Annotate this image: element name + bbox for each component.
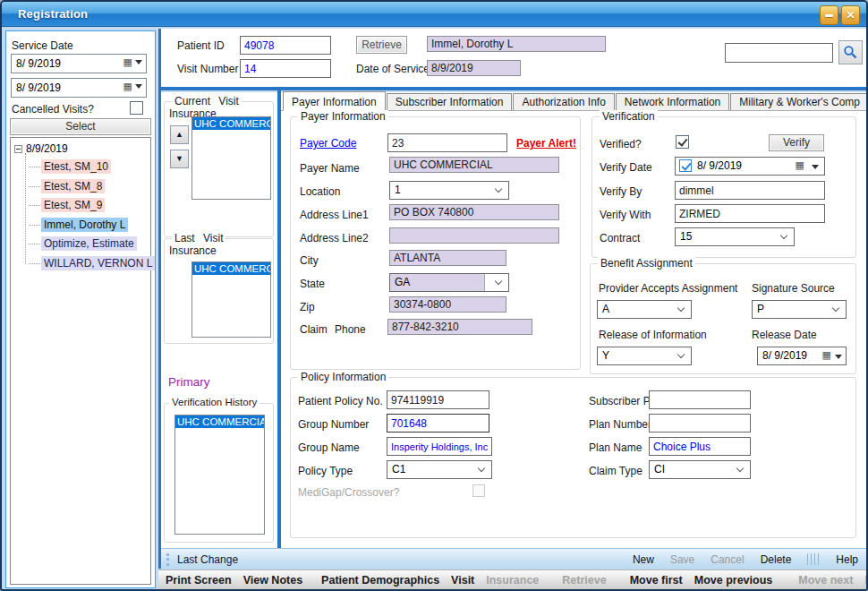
up-arrow-icon: ▲ [175,130,183,139]
dropdown-arrow-icon [135,60,142,64]
search-button[interactable] [838,40,863,64]
visit-number-input[interactable] [240,59,331,78]
patient-id-input[interactable] [240,36,331,55]
patient-policy-input[interactable] [387,390,489,409]
verify-by-input[interactable] [675,181,825,200]
tree-item[interactable]: Etest, SM_10 [29,160,111,173]
tab-subscriber-information[interactable]: Subscriber Information [387,93,513,110]
group-number-input[interactable] [387,414,489,433]
calendar-icon: ▦ [796,160,804,170]
chevron-down-icon [677,304,685,312]
select-button[interactable]: Select [10,118,151,135]
city-label: City [300,254,319,267]
location-select[interactable]: 1 [389,181,509,200]
subscriber-policy-input[interactable] [649,390,751,409]
provider-accepts-select[interactable]: A [597,300,692,319]
zip-label: Zip [300,301,315,313]
tree-item-label[interactable]: Etest, SM_9 [41,198,105,212]
service-date-from-value: 8/ 9/2019 [16,57,61,70]
payer-code-link[interactable]: Payer Code [300,137,356,150]
tree-item[interactable]: Etest, SM_8 [29,180,105,193]
verify-date-checkbox[interactable] [679,159,692,172]
policy-type-select[interactable]: C1 [387,460,492,479]
search-input[interactable] [725,43,833,63]
verify-by-label: Verify By [600,185,642,198]
tab-payer-information[interactable]: Payer Information [283,91,386,111]
tree-item-label[interactable]: Etest, SM_10 [41,159,111,174]
verification-history-item[interactable]: UHC COMMERCIAL [175,415,264,428]
last-visit-group-label: Last Visit [172,232,226,244]
patient-id-label: Patient ID [177,39,225,52]
tree-item[interactable]: Etest, SM_9 [29,199,105,211]
tab-network-information[interactable]: Network Information [616,93,729,110]
verify-button[interactable]: Verify [769,134,824,151]
verify-date-picker[interactable]: 8/ 9/2019 ▦ [675,157,825,176]
address2-label: Address Line2 [300,232,369,244]
patient-header-panel: Patient ID Visit Number Retrieve Immel, … [161,29,867,87]
current-insurance-item[interactable]: UHC COMMERCIAL [192,117,270,130]
claim-type-select[interactable]: CI [649,460,751,479]
last-change-title: Last Change [177,553,238,566]
tree-root-label[interactable]: 8/9/2019 [26,142,68,155]
move-insurance-up-button[interactable]: ▲ [170,125,189,144]
down-arrow-icon: ▼ [175,154,183,163]
payer-name-field: UHC COMMERCIAL [389,157,559,173]
move-next-button: Move next [798,574,853,587]
retrieve-button[interactable]: Retrieve [356,36,407,54]
state-select[interactable]: GA [389,273,509,292]
service-date-to-picker[interactable]: 8/ 9/2019 ▦ [11,78,147,98]
plan-number-label: Plan Number [589,418,651,431]
medigap-checkbox [472,484,485,497]
visit-button[interactable]: Visit [451,574,474,587]
drag-grip-icon[interactable] [166,553,169,566]
signature-source-select[interactable]: P [752,300,847,319]
release-info-select[interactable]: Y [597,347,692,365]
tree-item-label[interactable]: Etest, SM_8 [41,179,105,193]
tab-military-workers-comp[interactable]: Military & Worker's Comp [730,93,868,110]
tree-collapse-icon[interactable] [14,145,22,153]
tree-item-label[interactable]: Immel, Dorothy L [41,218,128,232]
policy-information-group: Policy Information Patient Policy No. Gr… [290,377,856,538]
tree-item-selected[interactable]: Immel, Dorothy L [29,218,128,231]
tree-connector [25,153,26,264]
current-visit-group-label: Current Visit [172,95,242,107]
plan-name-input[interactable] [649,437,751,456]
save-button: Save [670,553,694,566]
move-insurance-down-button[interactable]: ▼ [170,150,189,168]
location-label: Location [300,185,340,198]
chevron-down-icon [677,351,685,358]
service-date-from-picker[interactable]: 8/ 9/2019 ▦ [11,54,147,73]
payer-alert-link[interactable]: Payer Alert! [516,137,576,150]
group-name-input[interactable] [387,437,492,456]
verified-checkbox[interactable] [676,135,689,149]
service-date-panel: Service Date 8/ 9/2019 ▦ 8/ 9/2019 ▦ Can… [5,30,156,588]
minimize-button[interactable] [820,5,838,25]
close-button[interactable]: ✕ [841,5,860,25]
delete-button[interactable]: Delete [761,553,792,566]
tree-item-label[interactable]: Optimize, Estimate [41,236,137,251]
new-button[interactable]: New [633,553,654,566]
print-screen-button[interactable]: Print Screen [166,574,232,587]
plan-number-input[interactable] [649,414,751,433]
tab-authorization-info[interactable]: Authorization Info [513,93,614,110]
release-info-label: Release of Information [599,329,707,341]
dropdown-arrow-icon [135,84,142,89]
release-date-picker[interactable]: 8/ 9/2019 ▦ [757,347,847,365]
help-button[interactable]: Help [836,553,858,566]
move-first-button[interactable]: Move first [630,574,683,587]
tree-item[interactable]: WILLARD, VERNON L [29,257,155,270]
contract-select[interactable]: 15 [675,227,795,246]
payer-code-input[interactable] [387,133,507,152]
address1-field: PO BOX 740800 [389,204,559,220]
verify-with-input[interactable] [675,204,825,223]
verify-date-label: Verify Date [600,161,652,174]
patient-demographics-button[interactable]: Patient Demographics [321,574,439,587]
tree-item[interactable]: Optimize, Estimate [29,237,137,250]
view-notes-button[interactable]: View Notes [243,574,302,587]
payer-information-group-label: Payer Information [298,110,388,123]
claim-type-value: CI [654,463,665,475]
cancelled-visits-checkbox[interactable] [130,101,143,115]
last-insurance-item[interactable]: UHC COMMERCIAL [192,262,270,275]
tree-item-label[interactable]: WILLARD, VERNON L [41,256,155,270]
move-previous-button[interactable]: Move previous [694,574,773,587]
